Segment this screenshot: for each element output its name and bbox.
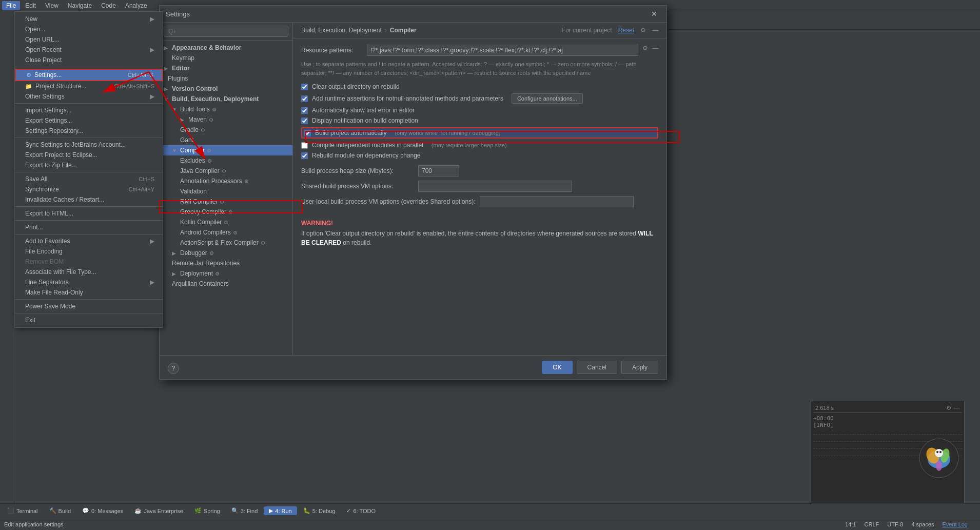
menu-item-associate-file-type[interactable]: Associate with File Type...: [15, 267, 163, 277]
menu-file[interactable]: File: [2, 1, 20, 10]
tree-item-actionscript-compiler[interactable]: ActionScript & Flex Compiler ⚙: [160, 238, 292, 248]
tree-item-gradle[interactable]: Gradle ⚙: [160, 125, 292, 135]
toolbar-tab-run[interactable]: ▶ 4: Run: [264, 506, 297, 515]
heap-size-input[interactable]: [418, 165, 459, 176]
menu-item-power-save[interactable]: Power Save Mode: [15, 301, 163, 311]
console-gear-icon[interactable]: ⚙: [946, 404, 952, 411]
checkbox-rebuild-dependency-input[interactable]: [301, 152, 308, 159]
menu-edit[interactable]: Edit: [21, 1, 40, 10]
menu-item-open-url[interactable]: Open URL...: [15, 34, 163, 45]
toolbar-tab-spring[interactable]: 🌿 Spring: [189, 506, 225, 515]
menu-item-settings-repo[interactable]: Settings Repository...: [15, 126, 163, 136]
menu-item-print[interactable]: Print...: [15, 222, 163, 232]
resource-patterns-gear-icon[interactable]: ⚙: [642, 45, 648, 52]
menu-item-make-readonly[interactable]: Make File Read-Only: [15, 287, 163, 298]
checkbox-runtime-assertions-label: Add runtime assertions for notnull-annot…: [312, 95, 503, 102]
menu-item-sync-settings[interactable]: Sync Settings to JetBrains Account...: [15, 140, 163, 150]
tree-item-deployment[interactable]: ▶ Deployment ⚙: [160, 268, 292, 279]
toolbar-tab-debug[interactable]: 🐛 5: Debug: [298, 506, 341, 515]
menu-view[interactable]: View: [41, 1, 63, 10]
tree-item-android-compilers[interactable]: Android Compilers ⚙: [160, 227, 292, 238]
ok-button[interactable]: OK: [542, 361, 572, 374]
menu-item-save-all[interactable]: Save All Ctrl+S: [15, 174, 163, 184]
console-close-icon[interactable]: —: [954, 404, 960, 411]
checkbox-build-project-auto-input[interactable]: [304, 130, 311, 136]
dialog-close-button[interactable]: ✕: [648, 9, 660, 19]
checkbox-build-project-auto: Build project automatically (only works …: [301, 127, 658, 139]
spring-icon: 🌿: [194, 507, 202, 514]
tree-item-excludes[interactable]: Excludes ⚙: [160, 155, 292, 166]
menu-item-open-recent[interactable]: Open Recent ▶: [15, 45, 163, 55]
content-body: Resource patterns: ⚙ — Use ; to separate…: [293, 38, 667, 355]
menu-item-synchronize[interactable]: Synchronize Ctrl+Alt+Y: [15, 184, 163, 194]
menu-item-new[interactable]: New ▶: [15, 14, 163, 24]
toolbar-tab-todo[interactable]: ✓ 6: TODO: [341, 506, 381, 515]
breadcrumb: Build, Execution, Deployment › Compiler: [301, 27, 417, 34]
checkbox-clear-output-input[interactable]: [301, 84, 308, 90]
menu-item-import-settings[interactable]: Import Settings...: [15, 105, 163, 115]
tree-item-rmi-compiler[interactable]: RMI Compiler ⚙: [160, 197, 292, 207]
event-log-link[interactable]: Event Log: [942, 521, 968, 527]
resource-patterns-input[interactable]: [367, 45, 638, 56]
menu-code[interactable]: Code: [97, 1, 120, 10]
toolbar-tab-java-enterprise[interactable]: ☕ Java Enterprise: [129, 506, 188, 515]
tree-item-kotlin-compiler[interactable]: Kotlin Compiler ⚙: [160, 217, 292, 227]
menu-analyze[interactable]: Analyze: [121, 1, 151, 10]
user-local-vm-input[interactable]: [480, 196, 634, 207]
terminal-icon: ⬛: [7, 507, 14, 514]
menu-item-open[interactable]: Open...: [15, 24, 163, 34]
checkbox-show-first-error-input[interactable]: [301, 107, 308, 114]
settings-minus-icon[interactable]: —: [652, 27, 658, 34]
menu-item-exit[interactable]: Exit: [15, 315, 163, 325]
menu-item-export-eclipse[interactable]: Export Project to Eclipse...: [15, 150, 163, 160]
menu-navigate[interactable]: Navigate: [64, 1, 96, 10]
menu-item-invalidate-caches[interactable]: Invalidate Caches / Restart...: [15, 194, 163, 205]
toolbar-tab-find[interactable]: 🔍 3: Find: [226, 506, 263, 515]
menu-item-settings[interactable]: ⚙ Settings... Ctrl+Alt+S: [15, 69, 163, 81]
tree-item-build-tools[interactable]: ▼ Build Tools ⚙: [160, 104, 292, 114]
tree-item-appearance[interactable]: ▶ Appearance & Behavior: [160, 43, 292, 53]
checkbox-compile-parallel-input[interactable]: [301, 142, 308, 149]
menu-item-export-settings[interactable]: Export Settings...: [15, 115, 163, 126]
menu-item-export-zip[interactable]: Export to Zip File...: [15, 160, 163, 170]
search-input[interactable]: [164, 26, 288, 37]
settings-gear-icon[interactable]: ⚙: [640, 27, 646, 34]
console-titlebar: 2.618 s ⚙ —: [813, 403, 962, 413]
menu-item-export-html[interactable]: Export to HTML...: [15, 208, 163, 219]
tree-item-plugins[interactable]: Plugins: [160, 73, 292, 84]
tree-item-version-control[interactable]: ▶ Version Control: [160, 84, 292, 94]
configure-annotations-button[interactable]: Configure annotations...: [512, 93, 583, 104]
warning-text: If option 'Clear output directory on reb…: [301, 229, 658, 247]
tree-item-compiler[interactable]: ▼ Compiler ⚙: [160, 145, 292, 155]
resource-patterns-minus-icon[interactable]: —: [652, 45, 658, 52]
reset-link[interactable]: Reset: [618, 27, 634, 34]
tree-item-gant[interactable]: Gant: [160, 135, 292, 145]
apply-button[interactable]: Apply: [621, 361, 658, 374]
tree-item-remote-jar[interactable]: Remote Jar Repositories: [160, 258, 292, 268]
toolbar-tab-messages[interactable]: 💬 0: Messages: [77, 506, 128, 515]
menu-item-line-separators[interactable]: Line Separators ▶: [15, 277, 163, 287]
toolbar-tab-build[interactable]: 🔨 Build: [44, 506, 76, 515]
tree-area: ▶ Appearance & Behavior Keymap ▶ Editor …: [160, 41, 292, 355]
menu-item-file-encoding[interactable]: File Encoding: [15, 246, 163, 257]
tree-item-debugger[interactable]: ▶ Debugger ⚙: [160, 248, 292, 258]
tree-item-validation[interactable]: Validation: [160, 186, 292, 197]
cancel-button[interactable]: Cancel: [577, 361, 617, 374]
shared-vm-input[interactable]: [418, 181, 572, 192]
tree-item-arquillian[interactable]: Arquillian Containers: [160, 279, 292, 289]
tree-item-build-exec[interactable]: ▼ Build, Execution, Deployment: [160, 94, 292, 104]
menu-item-project-structure[interactable]: 📁 Project Structure... Ctrl+Alt+Shift+S: [15, 81, 163, 91]
tree-item-editor[interactable]: ▶ Editor: [160, 63, 292, 73]
tree-item-groovy-compiler[interactable]: Groovy Compiler ⚙: [160, 207, 292, 217]
checkbox-display-notification-input[interactable]: [301, 117, 308, 124]
tree-item-annotation-processors[interactable]: Annotation Processors ⚙: [160, 176, 292, 186]
tree-item-java-compiler[interactable]: Java Compiler ⚙: [160, 166, 292, 176]
tree-item-keymap[interactable]: Keymap: [160, 53, 292, 63]
tree-item-maven[interactable]: ▶ Maven ⚙: [160, 114, 292, 125]
menu-item-add-favorites[interactable]: Add to Favorites ▶: [15, 236, 163, 246]
menu-item-close-project[interactable]: Close Project: [15, 55, 163, 65]
toolbar-tab-terminal[interactable]: ⬛ Terminal: [2, 506, 43, 515]
warning-box: WARNING! If option 'Clear output directo…: [301, 215, 658, 251]
menu-item-other-settings[interactable]: Other Settings ▶: [15, 91, 163, 102]
checkbox-runtime-assertions-input[interactable]: [301, 95, 308, 102]
